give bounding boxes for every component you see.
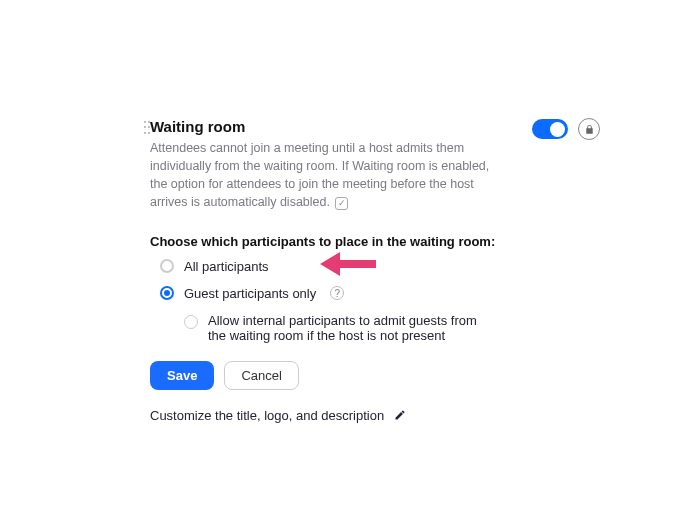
section-title: Waiting room — [150, 118, 510, 135]
radio-icon — [160, 286, 174, 300]
checkbox-icon — [184, 315, 198, 329]
radio-all-participants[interactable]: All participants — [160, 259, 510, 274]
pencil-icon — [394, 409, 406, 421]
customize-link[interactable]: Customize the title, logo, and descripti… — [150, 408, 510, 423]
radio-label: Guest participants only — [184, 286, 316, 301]
waiting-room-section: Waiting room Attendees cannot join a mee… — [150, 118, 510, 423]
radio-guest-participants[interactable]: Guest participants only ? — [160, 286, 510, 301]
section-controls — [532, 118, 600, 140]
checkbox-allow-internal[interactable]: Allow internal participants to admit gue… — [184, 313, 484, 343]
drag-handle-icon[interactable] — [144, 121, 150, 135]
checkbox-label: Allow internal participants to admit gue… — [208, 313, 484, 343]
cancel-button[interactable]: Cancel — [224, 361, 298, 390]
button-row: Save Cancel — [150, 361, 510, 390]
help-icon[interactable]: ? — [330, 286, 344, 300]
customize-label: Customize the title, logo, and descripti… — [150, 408, 384, 423]
waiting-room-toggle[interactable] — [532, 119, 568, 139]
section-description-text: Attendees cannot join a meeting until a … — [150, 141, 489, 209]
verified-icon[interactable] — [335, 197, 348, 210]
radio-label: All participants — [184, 259, 269, 274]
save-button[interactable]: Save — [150, 361, 214, 390]
participants-subhead: Choose which participants to place in th… — [150, 234, 510, 249]
lock-icon[interactable] — [578, 118, 600, 140]
section-description: Attendees cannot join a meeting until a … — [150, 139, 510, 212]
radio-icon — [160, 259, 174, 273]
